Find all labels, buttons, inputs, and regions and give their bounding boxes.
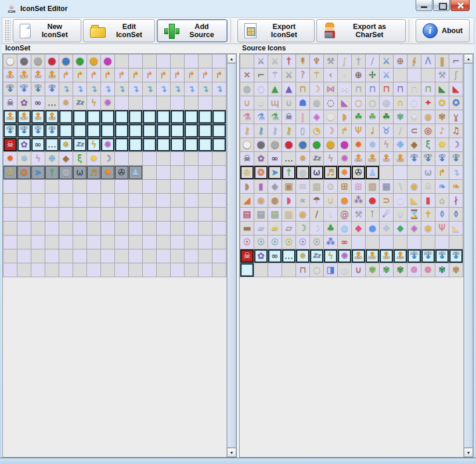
element-water[interactable]: ❉	[45, 152, 59, 166]
empty-cell[interactable]	[212, 180, 226, 194]
icon-silver-ring[interactable]: ○	[366, 96, 380, 110]
icon-scroll-text[interactable]: ▤	[310, 180, 324, 194]
arrow-curve-up[interactable]: ↱	[59, 68, 73, 82]
empty-cell[interactable]	[129, 55, 143, 68]
icon-gold-comb[interactable]: ⊓	[296, 82, 310, 96]
empty-frame-slot[interactable]	[115, 110, 129, 124]
empty-cell[interactable]	[157, 194, 171, 208]
empty-cell[interactable]	[143, 96, 157, 110]
empty-frame-slot[interactable]	[87, 110, 101, 124]
element-earth[interactable]: ◆	[59, 152, 73, 166]
empty-cell[interactable]	[212, 96, 226, 110]
empty-cell[interactable]	[101, 249, 115, 263]
icon-purple-card[interactable]: ▮	[254, 180, 268, 194]
icon-belt[interactable]: ◌	[310, 263, 324, 277]
empty-cell[interactable]	[129, 235, 143, 249]
empty-frame-slot[interactable]	[171, 110, 185, 124]
empty-frame-slot[interactable]	[185, 138, 199, 152]
empty-cell[interactable]	[394, 68, 408, 82]
stat-arrow-down-def[interactable]: ↓DEF	[17, 124, 31, 138]
icon-onion[interactable]: ◉	[254, 194, 268, 208]
icon-broken-armor[interactable]: ⊓	[296, 263, 310, 277]
empty-cell[interactable]	[171, 235, 185, 249]
icon-pot-seedling[interactable]: ✾	[380, 263, 394, 277]
skill-book[interactable]: ω	[310, 166, 324, 180]
stat-arrow-down-agi[interactable]: ↓AGI	[45, 82, 59, 96]
element-light[interactable]: ✺	[87, 152, 101, 166]
element-ice[interactable]: ❅	[366, 138, 380, 152]
scroll-up-button[interactable]: ▲	[227, 54, 236, 63]
icon-charm-staff[interactable]: ⚚	[310, 68, 324, 82]
skill-dart[interactable]: ➤	[268, 166, 282, 180]
stat-arrow-up-spi[interactable]: ↑SPI	[31, 110, 45, 124]
empty-cell[interactable]	[87, 194, 101, 208]
empty-cell[interactable]	[185, 235, 199, 249]
icon-sword[interactable]: ⚔	[254, 55, 268, 68]
stat-arrow-up-spi[interactable]: ↑SPI	[31, 68, 45, 82]
icon-flour-bag[interactable]: ⌂	[435, 194, 449, 208]
empty-cell[interactable]	[143, 55, 157, 68]
empty-cell[interactable]	[73, 180, 87, 194]
stat-arrow-up-def[interactable]: ↑DEF	[17, 68, 31, 82]
empty-cell[interactable]	[115, 55, 129, 68]
icon-clover[interactable]: ☘	[380, 110, 394, 124]
stat-arrow-up-agi[interactable]: ↑AGI	[394, 152, 408, 166]
empty-cell[interactable]	[143, 166, 157, 180]
icon-blue-feather[interactable]: ❧	[435, 180, 449, 194]
empty-cell[interactable]	[45, 235, 59, 249]
source-scrollbar[interactable]: ▲ ▼	[463, 54, 473, 457]
empty-cell[interactable]	[143, 180, 157, 194]
empty-cell[interactable]	[380, 166, 394, 180]
icon-treasure-map[interactable]: ▨	[366, 180, 380, 194]
icon-scroll-rolled[interactable]: ⊙	[324, 180, 338, 194]
status-confusion[interactable]: ✵	[296, 249, 310, 263]
empty-cell[interactable]	[408, 68, 421, 82]
icon-trident[interactable]: ♆	[310, 55, 324, 68]
icon-crystal-ball-green[interactable]: ☉	[268, 235, 282, 249]
icon-pot-plant-green[interactable]: ✾	[435, 263, 449, 277]
empty-frame-slot[interactable]	[199, 124, 212, 138]
status-sleep[interactable]: Zz	[310, 152, 324, 166]
empty-frame-slot[interactable]	[185, 110, 199, 124]
icon-white-ribbon[interactable]: ⋈	[338, 82, 352, 96]
orb-blue[interactable]: ●	[59, 55, 73, 68]
element-thunder[interactable]: ϟ	[380, 138, 394, 152]
empty-cell[interactable]	[3, 194, 17, 208]
export-as-charset-button[interactable]: Export as CharSet	[316, 19, 406, 42]
empty-frame-slot[interactable]	[101, 110, 115, 124]
icon-gold-coin[interactable]: ◉	[421, 222, 435, 235]
empty-frame-slot[interactable]	[240, 263, 254, 277]
empty-cell[interactable]	[421, 235, 435, 249]
icon-white-lump[interactable]: ●	[324, 110, 338, 124]
empty-cell[interactable]	[212, 235, 226, 249]
stat-arrow-down-atk[interactable]: ↓ATK	[3, 124, 17, 138]
icon-round-shield[interactable]: ◉	[310, 96, 324, 110]
empty-cell[interactable]	[31, 263, 45, 277]
empty-cell[interactable]	[129, 222, 143, 235]
empty-cell[interactable]	[31, 208, 45, 222]
icon-pot-sprout[interactable]: ✾	[366, 263, 380, 277]
empty-cell[interactable]	[143, 249, 157, 263]
empty-cell[interactable]	[59, 222, 73, 235]
empty-frame-slot[interactable]	[129, 110, 143, 124]
empty-cell[interactable]	[17, 235, 31, 249]
empty-cell[interactable]	[199, 166, 212, 180]
empty-cell[interactable]	[129, 208, 143, 222]
icon-lantern[interactable]: ◉	[296, 208, 310, 222]
empty-cell[interactable]	[185, 166, 199, 180]
skill-doll[interactable]: ♟	[366, 166, 380, 180]
icon-bread[interactable]: ⊃	[380, 194, 394, 208]
status-paralyze[interactable]: ϟ	[87, 138, 101, 152]
empty-cell[interactable]	[3, 222, 17, 235]
icon-gold-hook[interactable]: ↱	[338, 124, 352, 138]
icon-shaker[interactable]: ▮	[421, 194, 435, 208]
empty-cell[interactable]	[143, 208, 157, 222]
scroll-thumb[interactable]	[464, 63, 473, 448]
icon-bow-arrow[interactable]: ✕	[240, 68, 254, 82]
arrow-curve-up[interactable]: ↱	[171, 68, 185, 82]
empty-cell[interactable]	[59, 249, 73, 263]
empty-cell[interactable]	[17, 249, 31, 263]
icon-parchment[interactable]: ▩	[282, 208, 296, 222]
icon-helmet[interactable]: ◍	[240, 82, 254, 96]
empty-cell[interactable]	[157, 235, 171, 249]
